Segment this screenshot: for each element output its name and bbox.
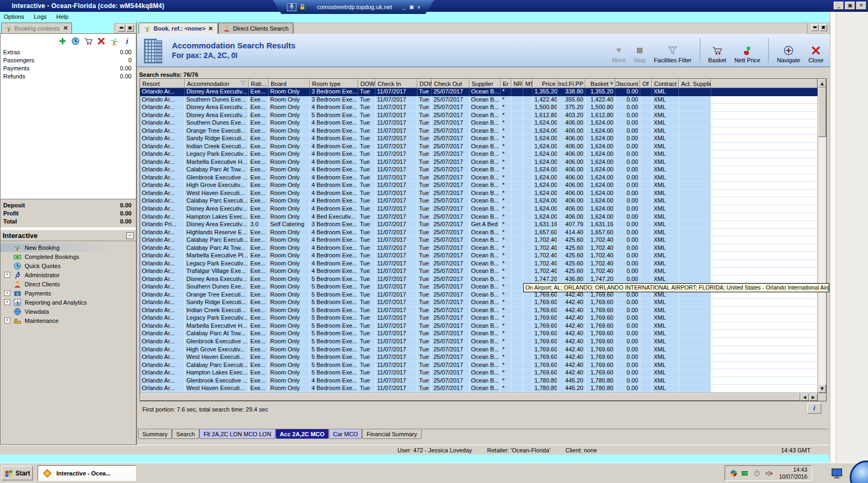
cell-supplier[interactable]: Get A Bed — [469, 221, 501, 228]
cell-check-in[interactable]: 11/07/2017 — [375, 229, 417, 236]
cell-discount[interactable]: 0.00 — [616, 197, 640, 205]
cell-rating[interactable]: Exe... — [249, 346, 269, 354]
cell-accommodation[interactable]: High Grove Executiv... — [185, 346, 249, 354]
cell-discount[interactable]: 0.00 — [616, 205, 640, 213]
cell-of[interactable] — [640, 338, 652, 345]
cell-supplier[interactable]: Ocean B... — [469, 104, 501, 111]
cell-price[interactable]: 1,769.60 — [533, 354, 558, 361]
cell-dow-in[interactable]: Tue — [358, 182, 375, 189]
cell-dow-in[interactable]: Tue — [358, 346, 375, 354]
cell-discount[interactable]: 0.00 — [616, 135, 640, 142]
cell-contract[interactable]: XML — [652, 362, 679, 369]
cell-of[interactable] — [640, 299, 652, 306]
cell-resort[interactable]: Orlando Ar... — [140, 377, 185, 385]
cell-act-supplier[interactable] — [679, 112, 711, 119]
cell-of[interactable] — [640, 205, 652, 213]
cell-of[interactable] — [640, 166, 652, 174]
table-row[interactable]: Orlando Ar...Legacy Park Executiv...Exe.… — [140, 150, 818, 158]
cell-board[interactable]: Room Only — [269, 236, 310, 244]
cell-discount[interactable]: 0.00 — [616, 229, 640, 236]
cell-supplier[interactable]: Ocean B... — [469, 150, 501, 158]
cell-dow-out[interactable]: Tue — [417, 88, 432, 96]
antivirus-tray-icon[interactable] — [729, 469, 738, 478]
cell-of[interactable] — [640, 96, 652, 104]
cell-price[interactable]: 1,769.60 — [533, 299, 558, 306]
cell-supplier[interactable]: Ocean B... — [469, 369, 501, 377]
tab-close-icon[interactable]: ✕ — [63, 25, 68, 32]
cell-ms[interactable] — [523, 158, 533, 166]
close-button[interactable]: Close — [808, 45, 823, 63]
cell-nr[interactable] — [511, 143, 523, 150]
table-row[interactable]: Orlando Ar...Glenbrook Executive ...Exe.… — [140, 377, 818, 385]
cell-check-out[interactable]: 25/07/2017 — [432, 166, 469, 174]
table-row[interactable]: Orlando Ar...Trafalgar Village Exe...Exe… — [140, 268, 818, 276]
tab-book-ref-none-[interactable]: Book. ref.: <none>✕ — [139, 23, 218, 34]
cell-dow-in[interactable]: Tue — [358, 143, 375, 150]
table-row[interactable]: Orlando Ar...Hampton Lakes Exec...Exe...… — [140, 369, 818, 377]
cell-price[interactable]: 1,702.40 — [533, 260, 558, 268]
cell-basket[interactable]: 1,624.00 — [585, 205, 616, 213]
cell-of[interactable] — [640, 276, 652, 283]
sidebar-item-direct-clients[interactable]: Direct Clients — [1, 279, 136, 289]
cell-incl-fl-pp[interactable]: 442.40 — [558, 299, 585, 306]
cell-basket[interactable]: 1,624.00 — [585, 119, 616, 127]
sidebar-item-payments[interactable]: +$Payments — [1, 289, 136, 298]
cell-check-out[interactable]: 25/07/2017 — [432, 322, 469, 330]
cell-check-in[interactable]: 11/07/2017 — [375, 158, 417, 166]
cell-accommodation[interactable]: Calabay Parc Executi... — [185, 236, 249, 244]
cell-dow-out[interactable]: Tue — [417, 236, 432, 244]
cell-er[interactable]: * — [501, 252, 511, 259]
cell-price[interactable]: 1,769.60 — [533, 322, 558, 330]
cell-check-out[interactable]: 25/07/2017 — [432, 229, 469, 236]
vscroll-up-icon[interactable]: ▲ — [818, 79, 826, 88]
cell-incl-fl-pp[interactable]: 442.40 — [558, 307, 585, 314]
cell-room-type[interactable]: 5 Bedroom Exe... — [310, 354, 358, 361]
table-row[interactable]: Orlando Ar...Legacy Park Executiv...Exe.… — [140, 260, 818, 268]
cell-supplier[interactable]: Ocean B... — [469, 236, 501, 244]
cell-ms[interactable] — [523, 252, 533, 259]
table-row[interactable]: Orlando Ar...Glenbrook Executive ...Exe.… — [140, 174, 818, 182]
cell-supplier[interactable]: Ocean B... — [469, 182, 501, 189]
cell-rating[interactable]: Exe... — [249, 174, 269, 182]
sidebar-item-administrator[interactable]: +Administrator — [1, 270, 136, 279]
cell-check-in[interactable]: 11/07/2017 — [375, 236, 417, 244]
cell-basket[interactable]: 1,624.00 — [585, 166, 616, 174]
cell-dow-out[interactable]: Tue — [417, 119, 432, 127]
cell-ms[interactable] — [523, 213, 533, 221]
cell-basket[interactable]: 1,624.00 — [585, 197, 616, 205]
cell-act-supplier[interactable] — [679, 330, 711, 337]
cell-room-type[interactable]: 4 Bedroom Exe... — [310, 260, 358, 268]
cell-price[interactable]: 1,769.60 — [533, 330, 558, 337]
cell-er[interactable]: * — [501, 291, 511, 299]
cell-ms[interactable] — [523, 307, 533, 314]
cell-board[interactable]: Room Only — [269, 385, 310, 392]
cell-price[interactable]: 1,702.40 — [533, 244, 558, 252]
table-row[interactable]: Orlando Ar...Indian Creek Executi...Exe.… — [140, 307, 818, 315]
cell-dow-out[interactable]: Tue — [417, 362, 432, 369]
cell-resort[interactable]: Orlando Ar... — [140, 362, 185, 369]
cell-act-supplier[interactable] — [679, 377, 711, 385]
cell-room-type[interactable]: 4 Bedroom Exe... — [310, 229, 358, 236]
table-row[interactable]: Orlando Ar...West Haven Executi...Exe...… — [140, 385, 818, 393]
cell-price[interactable]: 1,702.40 — [533, 252, 558, 259]
cell-nr[interactable] — [511, 268, 523, 275]
cell-rating[interactable]: Exe... — [249, 182, 269, 189]
cell-incl-fl-pp[interactable]: 406.00 — [558, 205, 585, 213]
cell-nr[interactable] — [511, 166, 523, 174]
cell-rating[interactable]: Exe... — [249, 354, 269, 361]
cell-dow-in[interactable]: Tue — [358, 88, 375, 96]
cell-dow-out[interactable]: Tue — [417, 197, 432, 205]
cell-resort[interactable]: Orlando Ar... — [140, 127, 185, 135]
cell-check-in[interactable]: 11/07/2017 — [375, 150, 417, 158]
cell-rating[interactable]: 3.0 — [249, 221, 269, 228]
cell-of[interactable] — [640, 135, 652, 142]
table-row[interactable]: Orlando Ar...Disney Area Executiv...Exe.… — [140, 205, 818, 213]
cell-dow-out[interactable]: Tue — [417, 229, 432, 236]
cell-nr[interactable] — [511, 127, 523, 135]
cell-incl-fl-pp[interactable]: 407.79 — [558, 221, 585, 228]
cell-of[interactable] — [640, 119, 652, 127]
cell-basket[interactable]: 1,624.00 — [585, 174, 616, 182]
cell-act-supplier[interactable] — [679, 96, 711, 104]
cell-accommodation[interactable]: Orange Tree Executi... — [185, 127, 249, 135]
cell-resort[interactable]: Orlando Ar... — [140, 299, 185, 306]
